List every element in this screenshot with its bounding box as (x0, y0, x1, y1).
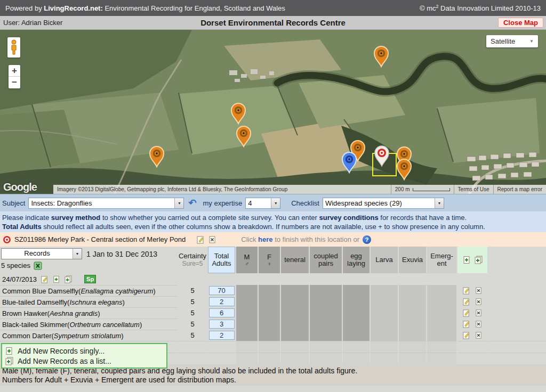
edit-record-icon[interactable] (462, 320, 470, 328)
larva-cell (371, 296, 398, 307)
exuvia-cell (399, 285, 426, 296)
teneral-cell (281, 318, 309, 330)
table-row: Blue-tailed DamselflyIschnura elegans 5 (0, 296, 546, 307)
subject-select[interactable]: Insects: Dragonflies ▼ (28, 198, 184, 209)
coupled-pairs-cell (310, 296, 342, 307)
delete-record-icon[interactable] (475, 331, 483, 339)
report-map-error-link[interactable]: Report a map error (494, 186, 546, 192)
larva-cell (371, 307, 398, 318)
records-select[interactable]: Records ▼ (1, 248, 82, 259)
survey-sp-button[interactable]: Sp (84, 275, 96, 283)
edit-date-icon[interactable] (41, 275, 49, 283)
exuvia-cell (399, 330, 426, 341)
coupled-pairs-cell (310, 307, 342, 318)
add-record-icon (5, 347, 13, 355)
row-spacer (488, 285, 546, 296)
delete-record-icon[interactable] (475, 298, 483, 306)
close-map-button[interactable]: Close Map (498, 18, 543, 28)
female-symbol: ♀ (267, 261, 271, 266)
larva-cell (371, 330, 398, 341)
header-spacer (488, 247, 546, 273)
emergent-cell (427, 285, 456, 296)
chevron-down-icon: ▼ (529, 39, 534, 44)
edit-location-icon[interactable] (196, 235, 205, 244)
female-cell (259, 330, 280, 341)
egg-laying-cell (343, 330, 370, 341)
edit-record-icon[interactable] (462, 287, 470, 295)
delete-record-icon[interactable] (475, 287, 483, 295)
add-record-for-date-icon[interactable] (52, 275, 60, 283)
undo-icon[interactable]: ↶ (188, 199, 196, 207)
subject-toolbar: Subject Insects: Dragonflies ▼ ↶ my expe… (0, 194, 546, 211)
table-row: Black-tailed SkimmerOrthetrum cancellatu… (0, 318, 546, 330)
female-cell (259, 318, 280, 330)
column-header-coupled-pairs: coupledpairs (310, 247, 342, 273)
certainty-value: 5 (178, 307, 207, 318)
certainty-value: 5 (178, 330, 207, 341)
zoom-in-button[interactable]: + (9, 65, 20, 77)
brand-name: LivingRecord.net: (44, 4, 103, 12)
help-icon[interactable]: ? (363, 235, 371, 244)
expertise-select[interactable]: 4 ▼ (245, 198, 280, 209)
total-adults-input[interactable] (209, 286, 235, 295)
delete-record-icon[interactable] (475, 320, 483, 328)
delete-location-icon[interactable] (208, 235, 216, 244)
excel-export-icon[interactable] (34, 262, 42, 270)
google-logo[interactable]: Google (3, 181, 37, 193)
add-records-list-icon[interactable] (474, 256, 483, 264)
instructions-line1: Please indicate survey method to show wh… (2, 213, 544, 222)
terms-of-use-link[interactable]: Terms of Use (454, 186, 493, 192)
copyright-text: © mc2 Data Innovation Limited 2010-13 (420, 4, 541, 12)
edit-record-icon[interactable] (462, 309, 470, 317)
map-terrain (0, 30, 546, 194)
column-header-exuvia: Exuvia (399, 247, 426, 273)
powered-prefix: Powered by (5, 4, 44, 12)
table-row: Common DarterSympetrum striolatum 5 (0, 330, 546, 341)
date-range: 1 Jan to 31 Dec 2013 (86, 250, 157, 258)
map-type-selector[interactable]: Satellite ▼ (486, 35, 538, 47)
emergent-cell (427, 330, 456, 341)
checklist-select-value: Widespread species (29) (323, 198, 435, 208)
larva-cell (371, 285, 398, 296)
finish-location-text: Click here to finish with this location … (241, 235, 359, 243)
female-cell (259, 307, 280, 318)
teneral-cell (281, 285, 309, 296)
expertise-label: my expertise (203, 199, 242, 207)
add-records-list-button[interactable]: Add New Records as a list... (5, 357, 166, 365)
total-adults-input[interactable] (209, 297, 235, 306)
map-scale: 200 m (391, 186, 454, 192)
add-records-list-for-date-icon[interactable] (64, 275, 72, 283)
add-record-icon[interactable] (462, 256, 471, 264)
edit-record-icon[interactable] (462, 298, 470, 306)
row-spacer (488, 307, 546, 318)
zoom-out-button[interactable]: − (9, 77, 20, 88)
checklist-select[interactable]: Widespread species (29) ▼ (323, 198, 444, 209)
satellite-map[interactable]: + − Satellite ▼ Google Imagery ©2013 Dig… (0, 30, 546, 194)
species-count: 5 species (1, 262, 30, 270)
total-adults-input[interactable] (209, 308, 235, 317)
user-label: User: Adrian Bicker (3, 19, 62, 27)
delete-record-icon[interactable] (475, 309, 483, 317)
finish-here-link[interactable]: here (258, 235, 272, 243)
add-records-box: Add New Records singly... Add New Record… (1, 343, 167, 369)
pegman-control[interactable] (7, 37, 20, 58)
coupled-pairs-cell (310, 330, 342, 341)
species-name: Common Blue DamselflyEnallagma cyathiger… (0, 285, 177, 296)
larva-cell (371, 318, 398, 330)
map-type-value: Satellite (491, 37, 515, 45)
column-header-certainty: CertaintySure=5 (178, 247, 207, 273)
row-actions (457, 307, 487, 318)
species-name: Black-tailed SkimmerOrthetrum cancellatu… (0, 318, 177, 330)
add-records-singly-button[interactable]: Add New Records singly... (5, 347, 166, 355)
row-actions (457, 296, 487, 307)
records-select-value: Records (2, 249, 73, 259)
powered-by-text: Powered by LivingRecord.net: Environment… (5, 4, 285, 12)
teneral-cell (281, 307, 309, 318)
total-adults-input[interactable] (209, 331, 235, 340)
total-adults-input[interactable] (209, 320, 235, 329)
chevron-down-icon: ▼ (435, 198, 444, 208)
emergent-cell (427, 318, 456, 330)
column-header-total-adults[interactable]: TotalAdults (208, 247, 235, 273)
edit-record-icon[interactable] (462, 331, 470, 339)
egg-laying-cell (343, 285, 370, 296)
